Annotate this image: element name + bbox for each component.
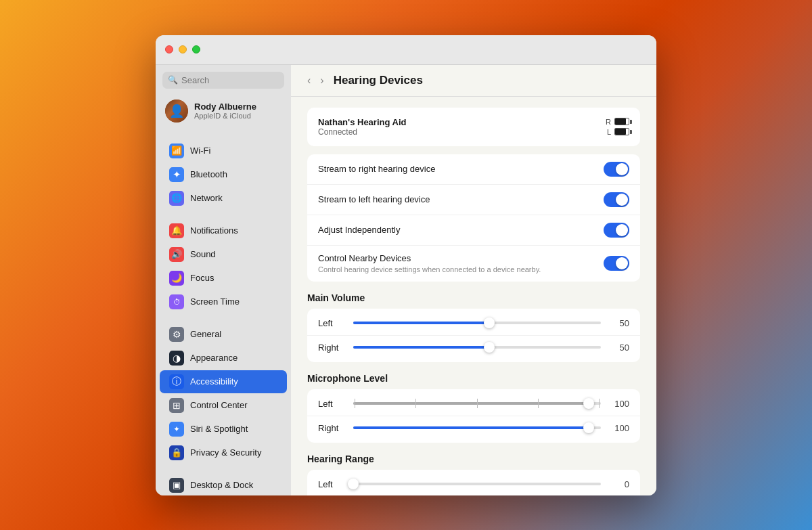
close-button[interactable]	[165, 45, 173, 53]
sidebar-item-label: Sound	[190, 249, 216, 259]
mic-right-track[interactable]	[353, 426, 601, 429]
sidebar-item-accessibility[interactable]: ⓘ Accessibility	[160, 370, 287, 393]
battery-indicators: R L	[606, 118, 629, 136]
sidebar-item-label: Control Center	[190, 400, 248, 410]
accessibility-icon: ⓘ	[169, 374, 184, 389]
minimize-button[interactable]	[179, 45, 187, 53]
battery-row-right: R	[606, 118, 629, 126]
system-settings-window: 🔍 👤 Rody Albuerne AppleID & iCloud 📶 Wi-…	[156, 35, 656, 495]
toggle-label: Adjust Independently	[318, 225, 604, 235]
range-left-track[interactable]	[353, 483, 601, 485]
network-icon: 🌐	[169, 191, 184, 206]
sidebar-item-label: Siri & Spotlight	[190, 424, 248, 434]
slider-card-mic: Left	[307, 389, 640, 443]
vol-right-track[interactable]	[353, 346, 601, 349]
battery-fill-l	[615, 129, 626, 135]
traffic-lights	[165, 45, 200, 53]
general-icon: ⚙	[169, 327, 184, 342]
sidebar-item-desktop[interactable]: ▣ Desktop & Dock	[160, 474, 287, 495]
bluetooth-icon: ✦	[169, 167, 184, 182]
battery-icon-l	[614, 128, 629, 135]
toggle-adjust[interactable]	[604, 223, 629, 238]
avatar-image: 👤	[165, 100, 188, 123]
sidebar-item-sound[interactable]: 🔊 Sound	[160, 243, 287, 266]
toggle-stream-left[interactable]	[604, 192, 629, 207]
privacy-icon: 🔒	[169, 445, 184, 460]
sidebar-group-display: ▣ Desktop & Dock ⬛ Displays 🖼 Wallpaper …	[156, 472, 291, 495]
user-name: Rody Albuerne	[194, 102, 256, 112]
search-input[interactable]	[181, 75, 279, 85]
vol-left-track[interactable]	[353, 322, 601, 324]
sidebar-item-siri[interactable]: ✦ Siri & Spotlight	[160, 418, 287, 441]
content-area: 🔍 👤 Rody Albuerne AppleID & iCloud 📶 Wi-…	[156, 65, 656, 495]
slider-value: 100	[609, 423, 629, 433]
sidebar-item-label: Notifications	[190, 225, 238, 236]
panel-header: ‹ › Hearing Devices	[291, 65, 656, 97]
device-card: Nathan's Hearing Aid Connected R L	[307, 108, 640, 146]
sidebar-group-notifications: 🔔 Notifications 🔊 Sound 🌙 Focus ⏱ Screen…	[156, 217, 291, 315]
maximize-button[interactable]	[192, 45, 200, 53]
main-panel: ‹ › Hearing Devices Nathan's Hearing Aid…	[291, 65, 656, 495]
sidebar-group-system: ⚙ General ◑ Appearance ⓘ Accessibility ⊞…	[156, 321, 291, 466]
toggle-stream-right[interactable]	[604, 162, 629, 177]
siri-icon: ✦	[169, 422, 184, 437]
battery-fill-r	[615, 118, 626, 125]
sidebar-item-label: Bluetooth	[190, 169, 227, 179]
sound-icon: 🔊	[169, 247, 184, 262]
desktop-icon: ▣	[169, 478, 184, 493]
back-button[interactable]: ‹	[304, 73, 313, 88]
sidebar-item-network[interactable]: 🌐 Network	[160, 187, 287, 210]
mic-ticks	[353, 399, 601, 408]
sidebar-item-general[interactable]: ⚙ General	[160, 323, 287, 346]
toggle-row-nearby: Control Nearby Devices Control hearing d…	[307, 246, 640, 282]
toggle-row-stream-left: Stream to left hearing device	[307, 185, 640, 215]
sidebar-item-controlcenter[interactable]: ⊞ Control Center	[160, 394, 287, 417]
sidebar-item-label: Desktop & Dock	[190, 480, 253, 490]
slider-label: Left	[318, 479, 345, 489]
device-info: Nathan's Hearing Aid Connected	[318, 117, 406, 137]
battery-icon-r	[614, 118, 629, 125]
range-left-thumb[interactable]	[348, 479, 359, 489]
toggle-label: Stream to right hearing device	[318, 164, 604, 174]
slider-card-range: Left 0 Right 0	[307, 470, 640, 495]
appearance-icon: ◑	[169, 351, 184, 366]
device-name: Nathan's Hearing Aid	[318, 117, 406, 127]
sidebar-item-notifications[interactable]: 🔔 Notifications	[160, 219, 287, 242]
toggle-label: Stream to left hearing device	[318, 194, 604, 204]
sidebar-item-privacy[interactable]: 🔒 Privacy & Security	[160, 441, 287, 464]
sidebar-item-focus[interactable]: 🌙 Focus	[160, 267, 287, 290]
sidebar-item-label: Accessibility	[190, 376, 238, 387]
slider-value: 0	[609, 479, 629, 489]
battery-row-left: L	[607, 128, 629, 136]
toggle-row-content: Stream to right hearing device	[318, 164, 604, 174]
battery-label-l: L	[607, 128, 611, 136]
sidebar-item-label: Network	[190, 193, 223, 203]
vol-right-thumb[interactable]	[484, 342, 495, 353]
forward-button[interactable]: ›	[317, 73, 326, 88]
mic-right-thumb[interactable]	[583, 422, 594, 433]
sidebar-item-label: Focus	[190, 273, 214, 283]
sidebar-item-bluetooth[interactable]: ✦ Bluetooth	[160, 163, 287, 186]
vol-right-fill	[353, 346, 489, 349]
search-box[interactable]: 🔍	[162, 72, 284, 89]
sidebar-item-screentime[interactable]: ⏱ Screen Time	[160, 290, 287, 313]
sidebar-item-wifi[interactable]: 📶 Wi-Fi	[160, 139, 287, 162]
sidebar-item-label: Privacy & Security	[190, 447, 261, 458]
controlcenter-icon: ⊞	[169, 398, 184, 413]
sidebar-item-label: Wi-Fi	[190, 146, 210, 156]
user-profile[interactable]: 👤 Rody Albuerne AppleID & iCloud	[156, 94, 291, 129]
user-subtitle: AppleID & iCloud	[194, 112, 256, 120]
slider-label: Right	[318, 343, 345, 353]
mic-right-fill	[353, 426, 589, 429]
sidebar-item-appearance[interactable]: ◑ Appearance	[160, 347, 287, 370]
wifi-icon: 📶	[169, 143, 184, 158]
slider-value: 100	[609, 399, 629, 409]
slider-label: Right	[318, 423, 345, 433]
slider-value: 50	[609, 318, 629, 328]
avatar: 👤	[165, 100, 188, 123]
section-header-range: Hearing Range	[307, 454, 640, 464]
sidebar-item-label: General	[190, 329, 221, 339]
mic-left-track[interactable]	[353, 402, 601, 405]
toggle-nearby[interactable]	[604, 256, 629, 271]
vol-left-thumb[interactable]	[484, 317, 495, 328]
